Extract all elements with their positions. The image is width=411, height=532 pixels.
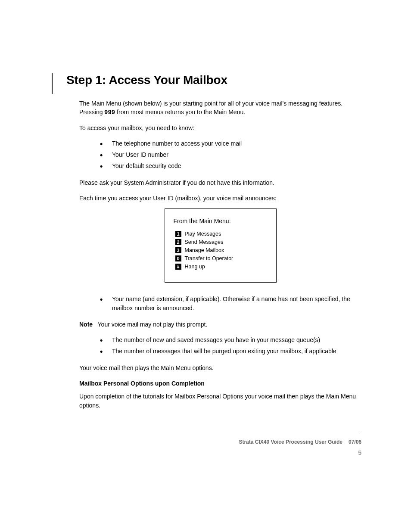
key-999: 999: [104, 109, 115, 115]
keycap-icon: 2: [175, 239, 181, 245]
menu-item: 3Manage Mailbox: [175, 246, 268, 254]
note-label: Note: [79, 321, 93, 328]
intro-paragraph: The Main Menu (shown below) is your star…: [79, 99, 361, 117]
body-content: The Main Menu (shown below) is your star…: [79, 99, 361, 410]
box-title: From the Main Menu:: [174, 217, 268, 225]
ask-admin-paragraph: Please ask your System Administrator if …: [79, 178, 361, 187]
announce-intro: Each time you access your User ID (mailb…: [79, 194, 361, 202]
menu-item-label: Play Messages: [185, 230, 221, 238]
menu-item: 0Transfer to Operator: [175, 255, 268, 262]
completion-heading: Mailbox Personal Options upon Completion: [79, 379, 361, 388]
keycap-icon: 3: [175, 247, 181, 253]
list-item: The number of new and saved messages you…: [100, 336, 361, 344]
step-heading: Step 1: Access Your Mailbox: [66, 73, 361, 87]
keycap-icon: #: [175, 264, 181, 270]
note-body: Your voice mail may not play this prompt…: [98, 321, 208, 328]
main-menu-box: From the Main Menu: 1Play Messages 2Send…: [165, 208, 277, 283]
list-item: The telephone number to access your voic…: [100, 139, 361, 148]
menu-box-row: From the Main Menu: 1Play Messages 2Send…: [79, 208, 361, 283]
revision-bar: [52, 73, 53, 94]
list-item: Your default security code: [100, 162, 361, 170]
menu-item-label: Hang up: [185, 263, 205, 271]
document-page: Step 1: Access Your Mailbox The Main Men…: [0, 0, 411, 532]
footer: Strata CIX40 Voice Processing User Guide…: [239, 439, 361, 445]
menu-item: 1Play Messages: [175, 230, 268, 238]
keycap-icon: 0: [175, 255, 181, 261]
footer-rule: [52, 431, 361, 431]
note-paragraph: Note Your voice mail may not play this p…: [79, 320, 361, 329]
access-intro: To access your mailbox, you need to know…: [79, 124, 361, 132]
access-requirements-list: The telephone number to access your voic…: [100, 139, 361, 171]
menu-item-label: Transfer to Operator: [185, 255, 234, 262]
completion-body: Upon completion of the tutorials for Mai…: [79, 392, 361, 410]
announce-list-2: The number of new and saved messages you…: [100, 336, 361, 356]
list-item: Your User ID number: [100, 150, 361, 159]
closing-paragraph: Your voice mail then plays the Main Menu…: [79, 364, 361, 372]
list-item: The number of messages that will be purg…: [100, 347, 361, 355]
footer-title: Strata CIX40 Voice Processing User Guide: [239, 439, 342, 445]
completion-heading-text: Mailbox Personal Options upon Completion: [79, 380, 205, 387]
intro-post: from most menus returns you to the Main …: [115, 109, 245, 115]
main-menu-list: 1Play Messages 2Send Messages 3Manage Ma…: [175, 230, 268, 271]
menu-item-label: Send Messages: [185, 238, 224, 246]
announce-list-1: Your name (and extension, if applicable)…: [100, 295, 361, 312]
list-item: Your name (and extension, if applicable)…: [100, 295, 361, 312]
footer-date: 07/06: [349, 439, 361, 445]
menu-item: 2Send Messages: [175, 238, 268, 246]
menu-item-label: Manage Mailbox: [185, 246, 224, 254]
page-number: 5: [358, 449, 361, 456]
menu-item: #Hang up: [175, 263, 268, 271]
keycap-icon: 1: [175, 231, 181, 237]
